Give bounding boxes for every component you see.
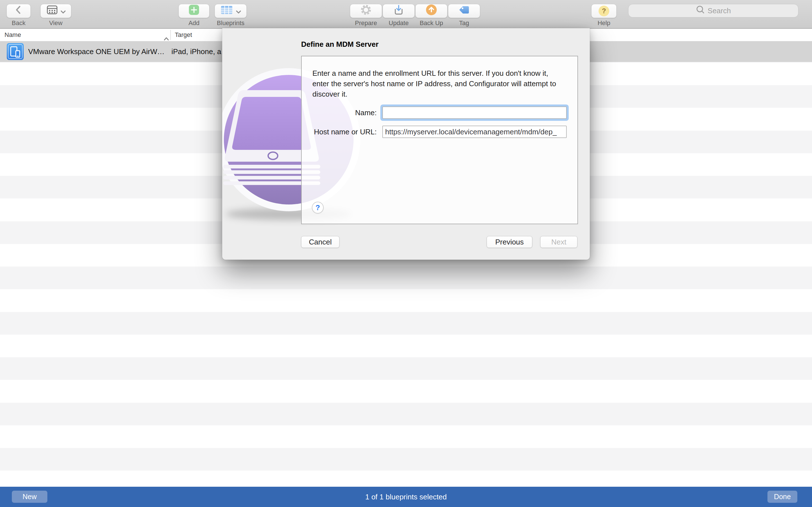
column-header-target[interactable]: Target xyxy=(175,29,192,41)
help-button[interactable]: ? xyxy=(591,4,617,18)
blueprint-devices-icon xyxy=(6,43,24,61)
dialog-help-button[interactable]: ? xyxy=(312,202,324,214)
question-mark-icon: ? xyxy=(599,6,609,16)
view-label: View xyxy=(31,20,81,26)
selection-status: 1 of 1 blueprints selected xyxy=(0,487,812,507)
column-header-name[interactable]: Name xyxy=(4,29,21,41)
name-label: Name: xyxy=(301,107,377,119)
blueprint-name: VMware Workspace ONE UEM by AirW… xyxy=(28,41,165,62)
new-button[interactable]: New xyxy=(12,491,47,503)
toolbar: Back View xyxy=(0,0,812,29)
add-icon xyxy=(188,4,200,18)
cancel-button[interactable]: Cancel xyxy=(301,236,340,248)
blueprints-label: Blueprints xyxy=(205,20,256,26)
download-box-icon xyxy=(393,4,405,18)
name-field[interactable] xyxy=(382,107,567,119)
app-window: Back View xyxy=(0,0,812,507)
tag-button[interactable] xyxy=(448,4,480,18)
grid-view-icon xyxy=(46,4,58,18)
chevron-down-icon xyxy=(236,6,241,16)
next-button[interactable]: Next xyxy=(540,236,577,248)
toolbar-item-tag: Tag xyxy=(439,4,490,26)
blueprints-button[interactable] xyxy=(214,4,247,18)
search-icon xyxy=(696,5,705,16)
search-placeholder: Search xyxy=(708,6,731,15)
blueprint-target: iPad, iPhone, a xyxy=(171,41,221,62)
toolbar-item-view: View xyxy=(31,4,81,26)
blueprints-icon xyxy=(220,4,234,18)
search-input[interactable]: Search xyxy=(628,4,799,17)
chevron-down-icon xyxy=(60,6,66,16)
tag-icon xyxy=(458,4,470,18)
tag-label: Tag xyxy=(439,20,490,26)
chevron-left-icon xyxy=(13,4,24,18)
done-button[interactable]: Done xyxy=(767,491,797,503)
previous-button[interactable]: Previous xyxy=(487,236,532,248)
host-url-field[interactable]: https://myserver.local/devicemanagement/… xyxy=(382,126,567,138)
upload-circle-icon xyxy=(425,4,438,18)
dialog-title: Define an MDM Server xyxy=(301,40,378,49)
toolbar-item-help: ? Help xyxy=(578,4,629,26)
column-divider[interactable] xyxy=(170,30,171,40)
gear-icon xyxy=(360,4,372,18)
dialog-instructions: Enter a name and the enrollment URL for … xyxy=(312,68,564,100)
toolbar-item-blueprints: Blueprints xyxy=(205,4,256,26)
define-mdm-server-dialog: Define an MDM Server Enter a name and th… xyxy=(222,28,590,260)
footer-bar: 1 of 1 blueprints selected New Done xyxy=(0,487,812,507)
host-url-label: Host name or URL: xyxy=(301,126,377,138)
add-button[interactable] xyxy=(179,4,209,18)
view-button[interactable] xyxy=(40,4,71,18)
back-button[interactable] xyxy=(6,4,31,18)
help-label: Help xyxy=(578,20,629,26)
